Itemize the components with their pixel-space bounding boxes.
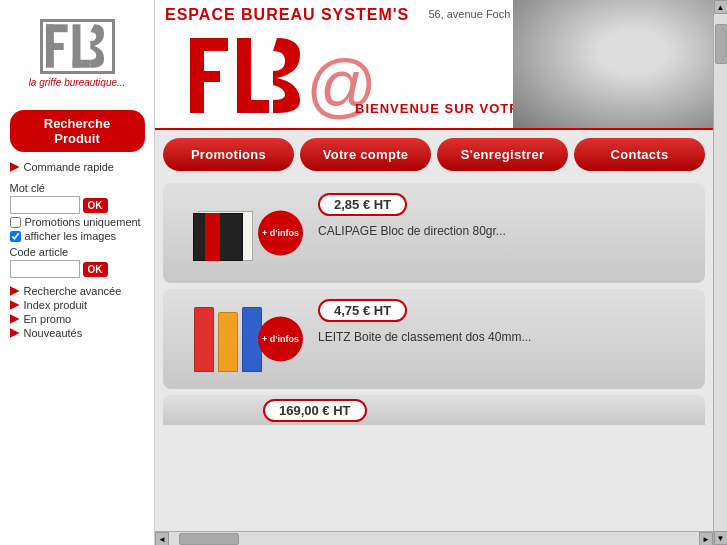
- svg-rect-9: [237, 100, 269, 113]
- code-article-label: Code article: [10, 246, 145, 258]
- arrow-icon: [10, 162, 20, 172]
- product-card-1: + d'infos 2,85 € HT CALIPAGE Bloc de dir…: [163, 183, 705, 283]
- binder-group: [194, 307, 262, 372]
- product-image-1: + d'infos: [163, 183, 293, 283]
- product-card-3-partial: 169,00 € HT: [163, 395, 705, 425]
- nav-account-button[interactable]: Votre compte: [300, 138, 431, 171]
- product-name-2: LEITZ Boite de classement dos 40mm...: [318, 330, 693, 344]
- scroll-left-button[interactable]: ◄: [155, 532, 169, 545]
- mot-cle-label: Mot clé: [10, 182, 145, 194]
- scroll-thumb[interactable]: [715, 24, 727, 64]
- header: ESPACE BUREAU SYSTEM'S 56, avenue Foch -…: [155, 0, 713, 130]
- nav-bar: Promotions Votre compte S'enregistrer Co…: [155, 130, 713, 179]
- svg-rect-1: [45, 24, 67, 32]
- mot-cle-input[interactable]: [10, 196, 80, 214]
- product-list: + d'infos 2,85 € HT CALIPAGE Bloc de dir…: [155, 179, 713, 531]
- sidebar-item-en-promo[interactable]: En promo: [10, 312, 145, 326]
- scroll-right-button[interactable]: ►: [699, 532, 713, 545]
- bottom-scroll-thumb[interactable]: [179, 533, 239, 545]
- sidebar-commande: Commande rapide: [10, 158, 145, 176]
- arrow-icon: [10, 300, 20, 310]
- sidebar-item-recherche-avancee[interactable]: Recherche avancée: [10, 284, 145, 298]
- nav-register-button[interactable]: S'enregistrer: [437, 138, 568, 171]
- product-price-1: 2,85 € HT: [318, 193, 407, 216]
- sidebar-nav-links: Recherche avancée Index produit En promo…: [10, 282, 145, 342]
- promotions-only-row: Promotions uniquement: [10, 216, 145, 228]
- bottom-scrollbar: ◄ ►: [155, 531, 713, 545]
- show-images-row: afficher les images: [10, 230, 145, 242]
- bottom-scroll-track: [169, 532, 699, 545]
- show-images-label: afficher les images: [25, 230, 117, 242]
- svg-rect-4: [72, 60, 90, 68]
- header-title: ESPACE BUREAU SYSTEM'S: [165, 6, 409, 24]
- show-images-checkbox[interactable]: [10, 231, 21, 242]
- product-card-2: + d'infos 4,75 € HT LEITZ Boite de class…: [163, 289, 705, 389]
- promotions-only-label: Promotions uniquement: [25, 216, 141, 228]
- sidebar-item-commande-rapide[interactable]: Commande rapide: [10, 160, 145, 174]
- sidebar-item-nouveautes[interactable]: Nouveautés: [10, 326, 145, 340]
- arrow-icon: [10, 314, 20, 324]
- product-image-2: + d'infos: [163, 289, 293, 389]
- header-photo: [513, 0, 713, 130]
- more-info-button-1[interactable]: + d'infos: [258, 211, 303, 256]
- product-price-2: 4,75 € HT: [318, 299, 407, 322]
- svg-rect-7: [190, 71, 220, 82]
- product-info-1: 2,85 € HT CALIPAGE Bloc de direction 80g…: [293, 183, 705, 283]
- code-article-row: OK: [10, 260, 145, 278]
- scroll-down-button[interactable]: ▼: [714, 531, 728, 545]
- main-content: ESPACE BUREAU SYSTEM'S 56, avenue Foch -…: [155, 0, 713, 545]
- mot-cle-ok-button[interactable]: OK: [83, 198, 108, 213]
- code-article-ok-button[interactable]: OK: [83, 262, 108, 277]
- svg-rect-2: [45, 43, 63, 50]
- logo-box: [40, 19, 115, 74]
- mot-cle-row: OK: [10, 196, 145, 214]
- nav-promotions-button[interactable]: Promotions: [163, 138, 294, 171]
- notebook-img: [193, 206, 263, 261]
- promotions-only-checkbox[interactable]: [10, 217, 21, 228]
- sidebar-item-index-produit[interactable]: Index produit: [10, 298, 145, 312]
- sidebar: la griffe bureautique... Recherche Produ…: [0, 0, 155, 545]
- sidebar-tagline: la griffe bureautique...: [29, 77, 126, 88]
- product-info-2: 4,75 € HT LEITZ Boite de classement dos …: [293, 289, 705, 389]
- binder-red: [194, 307, 214, 372]
- nav-contacts-button[interactable]: Contacts: [574, 138, 705, 171]
- svg-rect-6: [190, 38, 228, 51]
- arrow-icon: [10, 286, 20, 296]
- sidebar-search-form: Mot clé OK Promotions uniquement affiche…: [10, 176, 145, 282]
- right-scrollbar: ▲ ▼: [713, 0, 727, 545]
- code-article-input[interactable]: [10, 260, 80, 278]
- scroll-track: [714, 14, 728, 531]
- sidebar-logo: la griffe bureautique...: [17, 8, 137, 98]
- arrow-icon: [10, 328, 20, 338]
- product-name-1: CALIPAGE Bloc de direction 80gr...: [318, 224, 693, 238]
- more-info-button-2[interactable]: + d'infos: [258, 317, 303, 362]
- binder-orange: [218, 312, 238, 372]
- search-product-button[interactable]: Recherche Produit: [10, 110, 145, 152]
- scroll-up-button[interactable]: ▲: [714, 0, 728, 14]
- product-price-3: 169,00 € HT: [263, 399, 367, 422]
